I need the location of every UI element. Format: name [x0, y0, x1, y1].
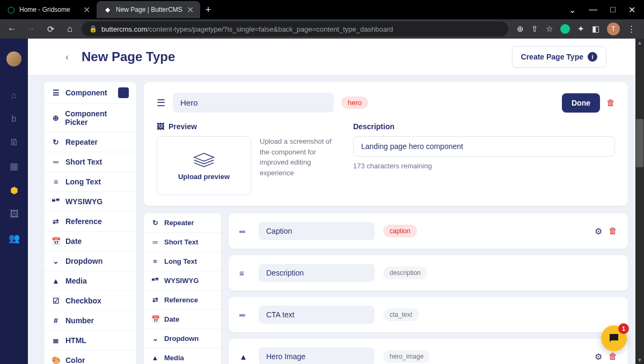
sidebar-item-short-text[interactable]: ═Short Text [44, 152, 136, 172]
new-tab-button[interactable]: + [200, 4, 217, 16]
inner-sidebar-item-short-text[interactable]: ═Short Text [144, 233, 221, 252]
gear-icon[interactable]: ⚙ [595, 226, 602, 236]
tab-buttercms[interactable]: ◆ New Page | ButterCMS ✕ [97, 1, 200, 18]
sidebar-item-label: Component Picker [65, 109, 129, 127]
field-name-input[interactable] [259, 306, 375, 324]
tab-title: New Page | ButterCMS [116, 6, 182, 13]
content-types-icon[interactable]: ⬢ [10, 185, 18, 196]
sidebar-item-checkbox[interactable]: ☑Checkbox [44, 291, 136, 311]
toolbar-right: ⊕ ⇧ ☆ ✦ ◧ T ⋮ [513, 23, 640, 35]
close-icon[interactable]: ✕ [187, 5, 194, 15]
home-button[interactable]: ⌂ [62, 24, 77, 34]
inner-sidebar-item-long-text[interactable]: ≡Long Text [144, 252, 221, 271]
tab-gridsome[interactable]: ◯ Home - Gridsome ✕ [0, 1, 97, 18]
close-window-icon[interactable]: ✕ [628, 5, 635, 15]
short-icon: ═ [239, 310, 250, 320]
sidebar-item-component-picker[interactable]: ⊕Component Picker [44, 104, 136, 132]
share-icon[interactable]: ⇧ [531, 24, 538, 34]
back-button[interactable]: ← [4, 24, 19, 34]
sidebar-item-wysiwyg[interactable]: ❝❞WYSIWYG [44, 192, 136, 212]
home-icon[interactable]: ⌂ [11, 90, 17, 101]
maximize-icon[interactable]: □ [610, 5, 616, 15]
url-bar[interactable]: 🔒 buttercms.com/content-types/pagetype/?… [82, 21, 508, 36]
sidebar-item-label: Dropdown [65, 257, 103, 265]
short-icon: ═ [151, 238, 159, 246]
page-header: ‹ New Page Type Create Page Type i [28, 39, 644, 76]
sidebar-item-color[interactable]: 🎨Color [44, 351, 136, 364]
repeat-icon: ↻ [52, 138, 60, 146]
scroll-up-icon[interactable]: ▲ [637, 40, 642, 46]
sidebar-item-date[interactable]: 📅Date [44, 232, 136, 251]
inner-sidebar-item-wysiwyg[interactable]: ❝❞WYSIWYG [144, 271, 221, 291]
component-name-input[interactable] [173, 93, 334, 113]
lock-icon: 🔒 [89, 25, 97, 33]
menu-icon[interactable]: ⋮ [627, 24, 635, 34]
description-input[interactable] [353, 136, 615, 157]
media-icon[interactable]: 🖼 [10, 209, 19, 220]
grammarly-extension-icon[interactable] [560, 24, 570, 34]
users-icon[interactable]: 👥 [9, 233, 20, 244]
minimize-icon[interactable]: ― [589, 5, 597, 15]
zoom-icon[interactable]: ⊕ [517, 24, 524, 34]
sidebar-item-label: HTML [65, 336, 86, 345]
component-hero-card: ☰ hero Done 🗑 🖼 Preview [144, 82, 628, 206]
layers-icon: ☰ [52, 88, 60, 97]
sidepanel-icon[interactable]: ◧ [592, 24, 599, 34]
layers-icon: ☰ [157, 97, 165, 109]
profile-avatar[interactable]: T [607, 23, 620, 35]
forward-button[interactable]: → [24, 24, 39, 34]
bookmark-icon[interactable]: ☆ [546, 24, 553, 34]
field-name-input[interactable] [259, 264, 375, 282]
pages-icon[interactable]: 🗎 [10, 137, 19, 148]
scrollbar-thumb[interactable] [636, 119, 643, 167]
sidebar-item-media[interactable]: ▲Media [44, 271, 136, 291]
field-name-input[interactable] [259, 347, 375, 364]
media-icon: ▲ [52, 277, 60, 285]
sidebar-item-number[interactable]: #Number [44, 311, 136, 331]
inner-sidebar-item-date[interactable]: 📅Date [144, 310, 221, 329]
sidebar-item-repeater[interactable]: ↻Repeater [44, 132, 136, 152]
field-card-hero_image: ▲hero_image⚙🗑 [229, 339, 628, 364]
inner-sidebar-item-repeater[interactable]: ↻Repeater [144, 213, 221, 233]
collections-icon[interactable]: ▦ [10, 161, 18, 172]
wysiwyg-icon: ❝❞ [52, 197, 60, 206]
description-label: Description [353, 122, 615, 131]
sidebar-item-label: Reference [65, 217, 102, 226]
upload-preview-button[interactable]: Upload preview [157, 136, 251, 195]
sidebar-item-reference[interactable]: ⇄Reference [44, 212, 136, 232]
intercom-chat-button[interactable]: 1 [601, 325, 627, 351]
sidebar-item-dropdown[interactable]: ⌄Dropdown [44, 251, 136, 271]
sidebar-item-label: WYSIWYG [65, 197, 103, 206]
blog-icon[interactable]: b [11, 114, 16, 124]
inner-sidebar-item-reference[interactable]: ⇄Reference [144, 291, 221, 310]
trash-icon[interactable]: 🗑 [609, 352, 617, 361]
scrollbar[interactable]: ▲ ▼ [635, 39, 644, 364]
upload-preview-label: Upload preview [178, 173, 230, 181]
sidebar-item-html[interactable]: ≣HTML [44, 331, 136, 351]
extensions-icon[interactable]: ✦ [577, 24, 584, 34]
create-page-type-button[interactable]: Create Page Type i [512, 46, 606, 68]
close-icon[interactable]: ✕ [83, 5, 90, 15]
trash-icon[interactable]: 🗑 [609, 226, 617, 236]
media-icon: ▲ [239, 352, 250, 361]
inner-sidebar-item-dropdown[interactable]: ⌄Dropdown [144, 329, 221, 348]
library-badge-icon[interactable] [118, 87, 129, 98]
scroll-down-icon[interactable]: ▼ [637, 357, 642, 363]
window-controls: ⌄ ― □ ✕ [560, 5, 644, 15]
sidebar-item-component[interactable]: ☰Component [44, 82, 136, 104]
done-button[interactable]: Done [562, 93, 600, 113]
chevron-down-icon[interactable]: ⌄ [569, 5, 576, 15]
inner-sidebar-item-media[interactable]: ▲Media [144, 348, 221, 364]
sidebar-item-label: Date [164, 315, 179, 323]
gear-icon[interactable]: ⚙ [595, 352, 602, 362]
field-card-caption: ═caption⚙🗑 [229, 213, 628, 249]
color-icon: 🎨 [52, 356, 60, 364]
field-slug-badge: description [383, 266, 427, 279]
user-avatar[interactable] [6, 51, 21, 66]
field-name-input[interactable] [259, 222, 375, 240]
sidebar-item-label: Long Text [65, 177, 101, 186]
back-arrow-icon[interactable]: ‹ [65, 51, 69, 63]
trash-icon[interactable]: 🗑 [606, 98, 615, 108]
reload-button[interactable]: ⟳ [43, 24, 58, 34]
sidebar-item-long-text[interactable]: ≡Long Text [44, 172, 136, 192]
